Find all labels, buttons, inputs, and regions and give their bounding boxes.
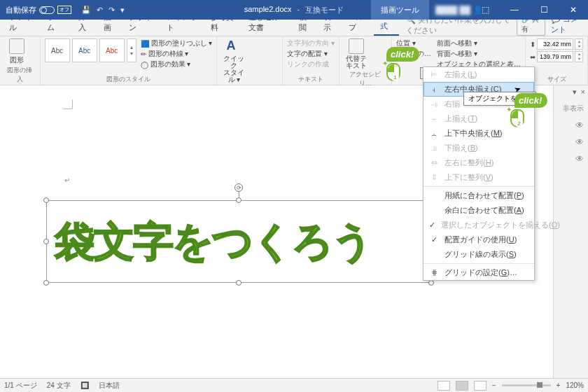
menu-align-bottom: ⫡下揃え(B) xyxy=(424,141,534,155)
shapes-button[interactable]: 図形 xyxy=(4,38,29,65)
group-insert-shapes: 図形 図形の挿入 xyxy=(0,36,41,85)
close-button[interactable]: ✕ xyxy=(559,0,588,20)
proofing-icon[interactable]: 🔲 xyxy=(80,382,89,389)
selection-box xyxy=(46,200,431,283)
grid-settings-icon: ⋕ xyxy=(429,268,439,277)
view-read-mode[interactable] xyxy=(438,381,450,391)
text-direction-button[interactable]: 文字列の方向 ▾ xyxy=(287,38,335,48)
distribute-h-icon: ⇔ xyxy=(429,158,439,167)
redo-icon[interactable]: ↷ xyxy=(108,6,115,15)
hide-all-label[interactable]: 非表示 xyxy=(563,104,584,113)
contextual-tab-drawing-tools[interactable]: 描画ツール xyxy=(371,0,429,20)
qat-more-icon[interactable]: ▾ xyxy=(120,6,125,15)
width-icon: ⬌ xyxy=(530,53,536,61)
undo-icon[interactable]: ↶ xyxy=(97,6,103,15)
titlebar: 自動保存 オフ 💾 ↶ ↷ ▾ sample2.docx - 互換モード 描画ツ… xyxy=(0,0,588,20)
autosave-toggle[interactable]: 自動保存 オフ xyxy=(0,5,77,15)
visibility-eye-icon[interactable]: 👁 xyxy=(575,137,584,147)
quick-access-toolbar: 💾 ↶ ↷ ▾ xyxy=(77,6,125,15)
menu-separator xyxy=(424,186,534,187)
alt-text-icon xyxy=(349,38,364,54)
resize-handle[interactable] xyxy=(236,280,241,286)
height-icon: ⬍ xyxy=(530,41,536,48)
zoom-in-button[interactable]: + xyxy=(556,382,561,389)
shape-style-gallery[interactable]: Abc Abc Abc ▴▾ xyxy=(45,38,136,69)
style-swatch[interactable]: Abc xyxy=(99,38,125,62)
callout-text: click! xyxy=(514,93,547,108)
ribbon-display-options[interactable]: ⬚ xyxy=(470,0,500,20)
gallery-more-icon[interactable]: ▴▾ xyxy=(127,38,136,62)
menu-align-middle[interactable]: ⫠上下中央揃え(M) xyxy=(424,126,534,141)
paragraph-mark-icon: ↵ xyxy=(64,176,70,184)
menu-align-to-margin[interactable]: 余白に合わせて配置(A) xyxy=(424,203,534,218)
resize-handle[interactable] xyxy=(43,239,49,244)
shape-effects-button[interactable]: ◯ 図形の効果 ▾ xyxy=(141,59,213,69)
align-bottom-icon: ⫡ xyxy=(429,144,439,153)
view-web-layout[interactable] xyxy=(474,381,486,391)
minimize-button[interactable]: — xyxy=(500,0,529,20)
style-swatch[interactable]: Abc xyxy=(45,38,70,62)
shape-fill-button[interactable]: 🟦 図形の塗りつぶし ▾ xyxy=(141,38,213,48)
language[interactable]: 日本語 xyxy=(99,381,120,391)
resize-handle[interactable] xyxy=(428,280,434,286)
visibility-eye-icon[interactable]: 👁 xyxy=(575,120,584,130)
mouse-icon: 2 xyxy=(510,109,524,127)
menu-view-gridlines[interactable]: グリッド線の表示(S) xyxy=(424,247,534,262)
text-align-button[interactable]: 文字の配置 ▾ xyxy=(287,49,335,59)
menu-use-alignment-guides[interactable]: ✓配置ガイドの使用(U) xyxy=(424,232,534,247)
rotate-handle-icon[interactable]: ⟳ xyxy=(234,183,243,192)
menu-grid-settings[interactable]: ⋕グリッドの設定(G)… xyxy=(424,265,534,280)
quick-styles-button[interactable]: A クイック スタイル ▾ xyxy=(221,38,246,83)
create-link-button: リンクの作成 xyxy=(287,59,335,69)
height-spinner[interactable]: ⬍ ▴▾ xyxy=(530,38,583,50)
panel-close-icon[interactable]: × xyxy=(581,88,585,96)
menu-align-to-page[interactable]: 用紙に合わせて配置(P) xyxy=(424,188,534,203)
status-bar: 1/1 ページ 24 文字 🔲 日本語 − + 120% xyxy=(0,378,588,392)
height-input[interactable] xyxy=(537,38,573,50)
align-center-v-icon: ⫠ xyxy=(429,130,439,138)
align-top-icon: ⫟ xyxy=(429,115,439,123)
style-swatch[interactable]: Abc xyxy=(72,38,97,62)
wordart-icon: A xyxy=(226,38,241,54)
annotation-callout-2: click! 2 ✦ xyxy=(514,93,547,127)
compat-mode: 互換モード xyxy=(305,5,344,15)
resize-handle[interactable] xyxy=(43,197,49,203)
group-wordart-styles: A クイック スタイル ▾ ワードアートのス… xyxy=(217,36,282,85)
wordart-object[interactable]: ⟳ 袋文字をつくろう xyxy=(46,200,431,283)
bring-forward-button[interactable]: 前面へ移動 ▾ xyxy=(437,38,521,48)
mouse-icon: 1 xyxy=(386,63,400,81)
alt-text-button[interactable]: 代替テ キスト xyxy=(344,38,369,69)
zoom-slider[interactable] xyxy=(502,384,551,386)
visibility-eye-icon[interactable]: 👁 xyxy=(575,154,584,164)
autosave-state: オフ xyxy=(57,6,71,14)
view-print-layout[interactable] xyxy=(456,381,468,391)
toggle-icon xyxy=(39,6,55,14)
resize-handle[interactable] xyxy=(236,197,241,203)
shapes-icon xyxy=(9,38,24,54)
width-spinner[interactable]: ⬌ ▴▾ xyxy=(530,51,583,62)
menu-distribute-vertical: ⇕上下に整列(V) xyxy=(424,170,534,185)
margin-corner-icon xyxy=(63,99,73,109)
panel-options-icon[interactable]: ▾ xyxy=(573,88,577,97)
zoom-out-button[interactable]: − xyxy=(492,382,496,389)
filename: sample2.docx xyxy=(244,5,292,15)
width-input[interactable] xyxy=(537,51,573,62)
title-center: sample2.docx - 互換モード xyxy=(244,5,344,15)
page-count[interactable]: 1/1 ページ xyxy=(4,381,37,391)
group-text: 文字列の方向 ▾ 文字の配置 ▾ リンクの作成 テキスト xyxy=(283,36,340,85)
user-name: ████ ██ xyxy=(435,6,470,14)
menu-distribute-horizontal: ⇔左右に整列(H) xyxy=(424,155,534,170)
word-count[interactable]: 24 文字 xyxy=(47,381,71,391)
send-backward-button[interactable]: 背面へ移動 ▾ xyxy=(437,49,521,59)
menu-align-left: ⊨左揃え(L) xyxy=(424,67,534,82)
group-shape-styles: Abc Abc Abc ▴▾ 🟦 図形の塗りつぶし ▾ ✏ 図形の枠線 ▾ ◯ … xyxy=(41,36,218,85)
zoom-level[interactable]: 120% xyxy=(566,382,584,389)
resize-handle[interactable] xyxy=(43,280,49,286)
maximize-button[interactable]: ☐ xyxy=(529,0,559,20)
ribbon-tabs: ファイル ホーム 挿入 描画 デザイン レイアウト 参考資料 差し込み文書 校閲… xyxy=(0,20,588,36)
distribute-v-icon: ⇕ xyxy=(429,173,439,182)
save-icon[interactable]: 💾 xyxy=(81,6,91,15)
shape-outline-button[interactable]: ✏ 図形の枠線 ▾ xyxy=(141,49,213,59)
selection-pane: ▾ × 非表示 👁 👁 👁 xyxy=(553,85,588,378)
autosave-label: 自動保存 xyxy=(6,5,36,15)
